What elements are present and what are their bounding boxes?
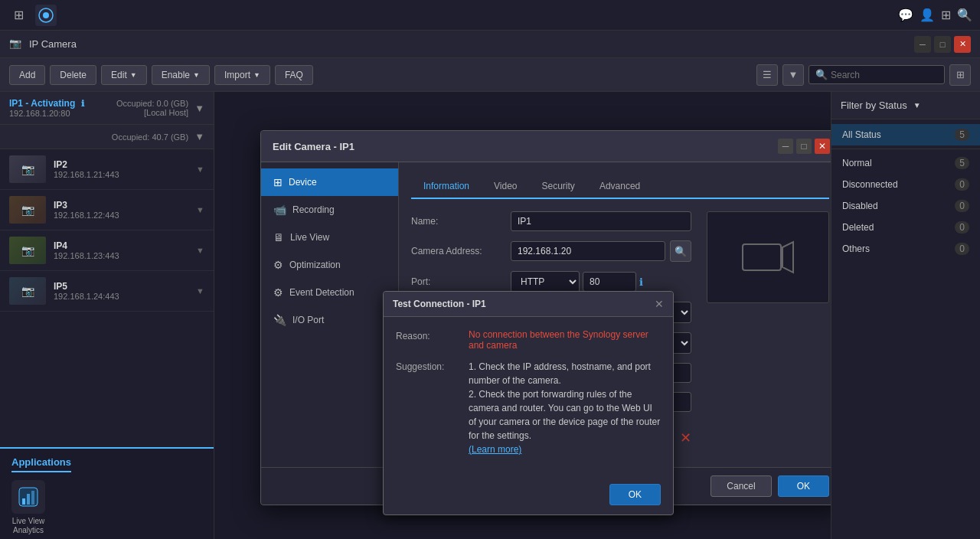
app-live-view-analytics[interactable]: Live ViewAnalytics (11, 480, 45, 535)
filter-disabled-count: 0 (955, 200, 969, 212)
filter-disconnected-count: 0 (955, 178, 969, 191)
camera-item-ip3[interactable]: 📷 IP3 192.168.1.22:443 ▼ (0, 190, 214, 230)
device-nav-icon: ⊞ (273, 176, 283, 188)
tab-advanced[interactable]: Advanced (587, 175, 652, 199)
faq-button[interactable]: FAQ (275, 65, 313, 85)
edit-caret-icon: ▼ (130, 71, 137, 79)
group-info-1: IP1 - Activating ℹ 192.168.1.20:80 (9, 98, 116, 118)
filter-disabled-label: Disabled (842, 201, 955, 211)
port-input-wrapper: HTTP HTTPS RTSP ℹ (511, 271, 691, 292)
filter-normal-label: Normal (842, 158, 955, 168)
cancel-button[interactable]: Cancel (710, 475, 771, 497)
test-dialog-footer: OK (384, 478, 673, 514)
camera-item-ip4[interactable]: 📷 IP4 192.168.1.23:443 ▼ (0, 230, 214, 271)
dialog-close-button[interactable]: ✕ (815, 139, 830, 154)
filter-all-label: All Status (842, 129, 955, 140)
layout-caret-icon[interactable]: ▼ (782, 64, 804, 86)
name-input-wrapper (511, 211, 691, 231)
camera-address-input[interactable] (511, 241, 665, 261)
apps-section: Applications Live ViewAnalytics (0, 447, 214, 539)
top-bar: ⊞ 💬 👤 ⊞ 🔍 (0, 0, 980, 31)
camera-item-ip2[interactable]: 📷 IP2 192.168.1.21:443 ▼ (0, 149, 214, 190)
nav-liveview-label: Live View (290, 232, 329, 243)
nav-event-detection[interactable]: ⚙ Event Detection (261, 279, 398, 306)
window-controls: ─ □ ✕ (914, 36, 971, 53)
camera-item-ip5[interactable]: 📷 IP5 192.168.1.24:443 ▼ (0, 271, 214, 312)
optimization-nav-icon: ⚙ (273, 259, 283, 271)
enable-button[interactable]: Enable ▼ (152, 65, 210, 85)
test-dialog-ok-button[interactable]: OK (609, 484, 661, 505)
chat-icon[interactable]: 💬 (898, 8, 913, 22)
ok-button[interactable]: OK (778, 475, 829, 497)
nav-io-port[interactable]: 🔌 I/O Port (261, 306, 398, 334)
nav-recording-label: Recording (292, 204, 335, 215)
camera-app-icon[interactable] (35, 5, 57, 26)
view-toggle-icon[interactable]: ⊞ (949, 64, 971, 86)
dialog-minimize-button[interactable]: ─ (778, 139, 793, 154)
maximize-button[interactable]: □ (934, 36, 951, 53)
recording-nav-icon: 📹 (273, 204, 286, 216)
test-dialog-close-icon[interactable]: ✕ (655, 298, 664, 310)
camera-address-search-icon[interactable]: 🔍 (670, 240, 691, 262)
filter-normal[interactable]: Normal 5 (831, 152, 980, 174)
camera-name-ip3: IP3 (54, 200, 188, 211)
apps-title: Applications (11, 456, 71, 472)
search-input[interactable] (831, 70, 938, 80)
delete-button[interactable]: Delete (50, 65, 96, 85)
user-icon[interactable]: 👤 (920, 8, 935, 22)
filter-deleted[interactable]: Deleted 0 (831, 217, 980, 238)
filter-others-label: Others (842, 243, 955, 254)
filter-disabled[interactable]: Disabled 0 (831, 195, 980, 217)
dialog-sidebar: ⊞ Device 📹 Recording 🖥 Live View ⚙ Optim… (261, 162, 399, 467)
camera-group-1-header[interactable]: IP1 - Activating ℹ 192.168.1.20:80 Occup… (0, 92, 214, 124)
test-suggestion-row: Suggestion: 1. Check the IP address, hos… (396, 360, 661, 456)
filter-others[interactable]: Others 0 (831, 238, 980, 260)
camera-group-2-header[interactable]: Occupied: 40.7 (GB) ▼ (0, 125, 214, 149)
app-switcher: ⊞ (8, 5, 57, 26)
test-connection-close-icon[interactable]: ✕ (680, 430, 691, 446)
tab-security[interactable]: Security (530, 175, 587, 199)
nav-optimization[interactable]: ⚙ Optimization (261, 251, 398, 279)
form-row-camera-address: Camera Address: 🔍 (411, 240, 691, 262)
grid2-icon[interactable]: ⊞ (941, 8, 951, 22)
dialog-controls: ─ □ ✕ (778, 139, 830, 154)
close-button[interactable]: ✕ (954, 36, 971, 53)
search-box[interactable]: 🔍 (808, 65, 945, 84)
add-button[interactable]: Add (9, 65, 45, 85)
dialog-header: Edit Camera - IP1 ─ □ ✕ (261, 131, 831, 162)
import-caret-icon: ▼ (253, 71, 260, 79)
learn-more-link[interactable]: (Learn more) (469, 444, 521, 455)
grid-icon[interactable]: ⊞ (8, 5, 29, 26)
nav-recording[interactable]: 📹 Recording (261, 196, 398, 224)
search-icon: 🔍 (815, 69, 828, 80)
name-input[interactable] (511, 211, 691, 231)
enable-caret-icon: ▼ (193, 71, 200, 79)
reason-text: No connection between the Synology serve… (469, 329, 661, 351)
edit-button[interactable]: Edit ▼ (101, 65, 147, 85)
dialog-maximize-button[interactable]: □ (796, 139, 812, 154)
search-top-icon[interactable]: 🔍 (957, 8, 972, 22)
layout-list-icon[interactable]: ☰ (756, 64, 778, 86)
apps-grid: Live ViewAnalytics (11, 480, 202, 535)
filter-disconnected[interactable]: Disconnected 0 (831, 174, 980, 195)
nav-device-label: Device (289, 177, 317, 188)
info-badge: ℹ (81, 99, 84, 108)
port-protocol-select[interactable]: HTTP HTTPS RTSP (511, 271, 580, 292)
filter-disconnected-label: Disconnected (842, 179, 955, 190)
filter-all-status[interactable]: All Status 5 (831, 124, 980, 145)
minimize-button[interactable]: ─ (914, 36, 931, 53)
test-dialog-header: Test Connection - IP1 ✕ (384, 292, 673, 317)
filter-header[interactable]: Filter by Status ▼ (831, 92, 980, 119)
port-group: HTTP HTTPS RTSP ℹ (511, 271, 691, 292)
window-bar: 📷 IP Camera ─ □ ✕ (0, 31, 980, 58)
port-number-input[interactable] (583, 272, 636, 292)
filter-all-count: 5 (955, 129, 969, 141)
nav-device[interactable]: ⊞ Device (261, 168, 398, 196)
nav-live-view[interactable]: 🖥 Live View (261, 224, 398, 251)
tab-video[interactable]: Video (482, 175, 529, 199)
import-button[interactable]: Import ▼ (214, 65, 270, 85)
enable-label: Enable (162, 70, 190, 80)
tab-information[interactable]: Information (411, 175, 482, 199)
camera-info-ip3: IP3 192.168.1.22:443 (54, 200, 188, 220)
camera-thumb-ip2: 📷 (9, 155, 46, 183)
